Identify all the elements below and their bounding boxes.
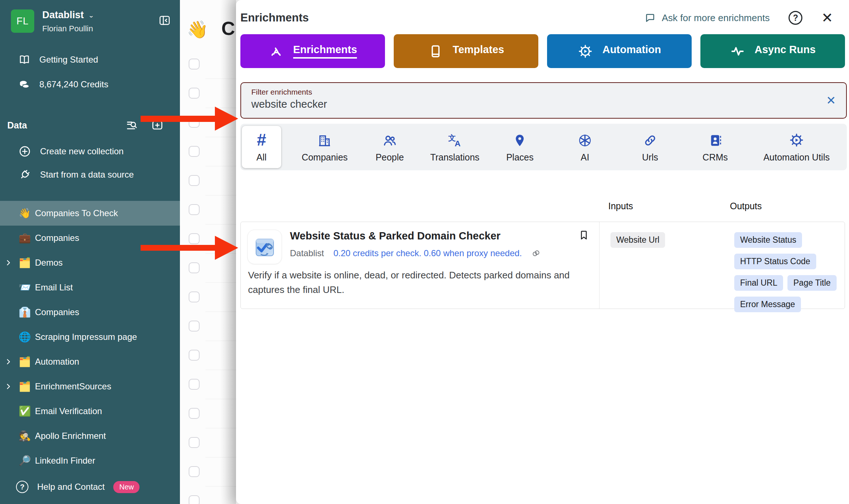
result-inputs: Website Url <box>600 222 727 309</box>
category-tab-label: Urls <box>642 152 658 163</box>
chevron-right-icon[interactable] <box>4 358 12 366</box>
nav-button-label: Automation <box>602 44 661 59</box>
filter-box: Filter enrichments ✕ <box>240 82 847 119</box>
category-tab-label: Places <box>506 152 534 163</box>
modal-title: Enrichments <box>240 11 309 24</box>
collection-label: Email Verification <box>35 406 102 416</box>
pulse-icon <box>730 44 745 59</box>
sidebar-item-email-verification[interactable]: ✅Email Verification <box>0 399 180 424</box>
collection-label: Companies <box>35 233 79 243</box>
row-checkbox[interactable] <box>189 146 200 157</box>
row-checkbox[interactable] <box>189 321 200 332</box>
help-label: Help and Contact <box>37 482 105 492</box>
page-title: 👋 C <box>187 17 235 39</box>
link-icon <box>643 132 657 148</box>
sidebar-item-help[interactable]: ? Help and Contact New <box>0 475 180 499</box>
sidebar-item-scraping-impressum-page[interactable]: 🌐Scraping Impressum page <box>0 325 180 349</box>
modal-help-button[interactable]: ? <box>789 11 802 25</box>
template-icon <box>428 44 443 59</box>
nav-button-templates[interactable]: Templates <box>394 34 538 68</box>
category-tab-automation-utils[interactable]: Automation Utils <box>748 132 845 163</box>
category-tab-label: All <box>256 152 267 163</box>
sidebar-item-credits[interactable]: 8,674,240 Credits <box>0 74 180 95</box>
sidebar-item-enrichmentsources[interactable]: 🗂️EnrichmentSources <box>0 374 180 399</box>
sidebar-item-automation[interactable]: 🗂️Automation <box>0 349 180 374</box>
filter-label: Filter enrichments <box>251 88 312 96</box>
map-pin-icon <box>512 132 527 148</box>
user-name: Florian Poullin <box>42 24 158 33</box>
people-icon <box>382 132 397 148</box>
row-checkbox[interactable] <box>189 466 200 477</box>
data-section-label: Data <box>7 120 113 131</box>
bookmark-icon[interactable] <box>578 229 590 241</box>
close-icon: ✕ <box>821 11 833 25</box>
sidebar-action-start-from-a-data-source[interactable]: Start from a data source <box>0 163 180 186</box>
plug-icon <box>18 168 31 181</box>
sidebar-item-companies-to-check[interactable]: 👋Companies To Check <box>0 201 180 226</box>
new-badge: New <box>113 481 139 493</box>
category-tab-crms[interactable]: CRMs <box>683 132 748 163</box>
chevron-right-icon[interactable] <box>4 382 12 390</box>
help-circle-icon: ? <box>789 11 802 25</box>
row-checkbox[interactable] <box>189 291 200 302</box>
nav-button-enrichments[interactable]: Enrichments <box>240 34 385 68</box>
filter-enrichments-input[interactable] <box>251 98 779 110</box>
ask-for-enrichments-link[interactable]: Ask for more enrichments <box>644 12 770 24</box>
chat-bubble-icon <box>644 12 656 24</box>
openai-icon <box>578 132 592 148</box>
workspace-switcher[interactable]: FL Datablist ⌄ Florian Poullin <box>0 0 180 33</box>
modal-close-button[interactable]: ✕ <box>821 11 833 25</box>
sidebar-item-apollo-enrichment[interactable]: 🕵️Apollo Enrichment <box>0 424 180 448</box>
row-checkbox[interactable] <box>189 437 200 448</box>
output-chip: Website Status <box>734 232 802 248</box>
row-checkbox[interactable] <box>189 175 200 186</box>
collapse-sidebar-icon[interactable] <box>158 14 171 27</box>
sidebar-action-create-new-collection[interactable]: Create new collection <box>0 140 180 163</box>
row-checkbox[interactable] <box>189 59 200 70</box>
category-tab-ai[interactable]: AI <box>553 132 618 163</box>
sidebar-actions: Create new collectionStart from a data s… <box>0 134 180 186</box>
sidebar-item-email-list[interactable]: 📨Email List <box>0 275 180 300</box>
row-checkbox[interactable] <box>189 408 200 419</box>
category-tab-all[interactable]: #All <box>242 126 281 168</box>
category-tab-urls[interactable]: Urls <box>618 132 683 163</box>
collection-label: Email List <box>35 282 73 293</box>
nav-button-async-runs[interactable]: Async Runs <box>700 34 845 68</box>
enrichment-price-link[interactable]: 0.20 credits per check. 0.60 when proxy … <box>333 248 522 258</box>
category-tab-translations[interactable]: 文ATranslations <box>422 132 487 163</box>
result-outputs: Website StatusHTTP Status CodeFinal URLP… <box>727 222 840 309</box>
sidebar-item-linkedin-finder[interactable]: 🔎LinkedIn Finder <box>0 448 180 473</box>
outputs-column-header: Outputs <box>730 201 762 211</box>
row-checkbox[interactable] <box>189 204 200 215</box>
category-tab-companies[interactable]: Companies <box>292 132 357 163</box>
chevron-right-icon[interactable] <box>4 259 12 267</box>
gear-play-icon <box>578 44 593 59</box>
collection-label: Companies To Check <box>35 208 118 218</box>
nav-button-automation[interactable]: Automation <box>547 34 692 68</box>
search-collections-icon[interactable] <box>125 119 138 132</box>
translate-icon: 文A <box>448 132 462 148</box>
row-checkbox[interactable] <box>189 88 200 99</box>
sidebar-item-getting-started[interactable]: Getting Started <box>0 49 180 70</box>
sidebar-item-demos[interactable]: 🗂️Demos <box>0 250 180 275</box>
row-checkbox[interactable] <box>189 495 200 504</box>
clear-filter-icon[interactable]: ✕ <box>826 94 836 107</box>
collection-label: Apollo Enrichment <box>35 431 106 441</box>
avatar: FL <box>11 9 34 33</box>
row-checkbox[interactable] <box>189 233 200 244</box>
collection-emoji-icon: 🗂️ <box>17 257 32 269</box>
collection-emoji-icon: 🗂️ <box>17 356 32 368</box>
result-card[interactable]: Website Status & Parked Domain Checker D… <box>240 222 845 309</box>
enrichment-vendor: Datablist <box>290 248 324 258</box>
enrichment-title: Website Status & Parked Domain Checker <box>290 230 592 242</box>
category-tab-places[interactable]: Places <box>487 132 553 163</box>
category-tab-label: Companies <box>302 152 347 163</box>
category-tab-people[interactable]: People <box>357 132 422 163</box>
collection-emoji-icon: ✅ <box>17 405 32 417</box>
row-checkbox[interactable] <box>189 379 200 390</box>
sidebar-item-companies[interactable]: 👔Companies <box>0 300 180 325</box>
row-checkbox[interactable] <box>189 350 200 361</box>
row-checkbox[interactable] <box>189 262 200 273</box>
enrichment-description: Verify if a website is online, dead, or … <box>248 268 594 297</box>
action-label: Start from a data source <box>40 170 134 180</box>
